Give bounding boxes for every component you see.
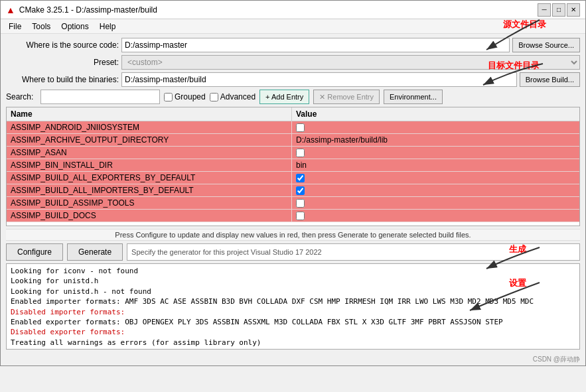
browse-source-button[interactable]: Browse Source...: [512, 38, 580, 52]
build-label: Where to build the binaries:: [6, 75, 119, 84]
environment-button[interactable]: Environment...: [384, 90, 443, 104]
bottom-bar: CSDN @薛动静: [1, 354, 585, 365]
row-value-6: [292, 197, 579, 209]
build-input[interactable]: [121, 72, 517, 87]
maximize-button[interactable]: □: [552, 3, 565, 17]
log-line: Enabled exporter formats: OBJ OPENGEX PL…: [11, 317, 575, 327]
col-name-header: Name: [7, 107, 292, 121]
row-value-4: [292, 172, 579, 184]
row-value-2: [292, 147, 579, 159]
row-name-2: ASSIMP_ASAN: [7, 147, 292, 159]
source-input[interactable]: [121, 38, 510, 52]
browse-build-button[interactable]: Browse Build...: [520, 72, 580, 87]
row-checkbox-6[interactable]: [296, 199, 305, 208]
generator-display: Specify the generator for this project V…: [127, 243, 580, 261]
col-value-header: Value: [292, 107, 579, 121]
table-row[interactable]: ASSIMP_ARCHIVE_OUTPUT_DIRECTORY D:/assim…: [7, 134, 579, 147]
status-bar: Press Configure to update and display ne…: [6, 229, 580, 241]
search-toolbar-row: Search: Grouped Advanced + Add Entry ✕ R…: [6, 90, 580, 104]
row-name-5: ASSIMP_BUILD_ALL_IMPORTERS_BY_DEFAULT: [7, 184, 292, 196]
source-label: Where is the source code:: [6, 40, 119, 50]
build-row: Where to build the binaries: Browse Buil…: [6, 72, 580, 87]
log-line: Configuring done: [11, 348, 575, 350]
cmake-table: Name Value ASSIMP_ANDROID_JNIIOSYSTEM AS…: [6, 107, 580, 226]
minimize-button[interactable]: ─: [538, 3, 551, 17]
row-name-7: ASSIMP_BUILD_DOCS: [7, 210, 292, 222]
menu-bar: File Tools Options Help: [1, 19, 585, 34]
row-name-1: ASSIMP_ARCHIVE_OUTPUT_DIRECTORY: [7, 134, 292, 146]
table-header: Name Value: [7, 107, 579, 121]
watermark: CSDN @薛动静: [533, 355, 580, 364]
row-checkbox-4[interactable]: [296, 174, 305, 182]
row-value-1: D:/assimp-master/build/lib: [292, 134, 579, 146]
configure-button[interactable]: Configure: [6, 243, 63, 261]
row-value-3: bin: [292, 159, 579, 171]
window-title: CMake 3.25.1 - D:/assimp-master/build: [19, 5, 157, 15]
menu-options[interactable]: Options: [56, 21, 94, 33]
log-line: Looking for unistd.h: [11, 276, 575, 286]
log-line: Disabled importer formats:: [11, 307, 575, 317]
action-row: Configure Generate Specify the generator…: [6, 243, 580, 261]
menu-file[interactable]: File: [3, 21, 27, 33]
row-name-3: ASSIMP_BIN_INSTALL_DIR: [7, 159, 292, 171]
source-row: Where is the source code: Browse Source.…: [6, 38, 580, 52]
menu-help[interactable]: Help: [94, 21, 121, 33]
advanced-checkbox-label[interactable]: Advanced: [210, 92, 256, 101]
grouped-label: Grouped: [175, 92, 206, 101]
app-icon: ▲: [6, 5, 15, 15]
remove-entry-button[interactable]: ✕ Remove Entry: [313, 90, 380, 104]
row-value-7: [292, 210, 579, 222]
grouped-checkbox[interactable]: [164, 93, 173, 101]
row-checkbox-7[interactable]: [296, 212, 305, 220]
preset-row: Preset: <custom>: [6, 55, 580, 70]
table-row[interactable]: ASSIMP_BUILD_ALL_IMPORTERS_BY_DEFAULT: [7, 184, 579, 197]
advanced-checkbox[interactable]: [210, 93, 218, 101]
log-container: Looking for iconv - not foundLooking for…: [6, 263, 580, 350]
grouped-checkbox-label[interactable]: Grouped: [164, 92, 206, 101]
row-value-0: [292, 121, 579, 133]
row-name-4: ASSIMP_BUILD_ALL_EXPORTERS_BY_DEFAULT: [7, 172, 292, 184]
status-message: Press Configure to update and display ne…: [115, 231, 471, 239]
log-line: Looking for iconv - not found: [11, 266, 575, 276]
log-line: Disabled exporter formats:: [11, 327, 575, 337]
preset-label: Preset:: [6, 58, 119, 67]
row-name-0: ASSIMP_ANDROID_JNIIOSYSTEM: [7, 121, 292, 133]
table-row[interactable]: ASSIMP_BUILD_DOCS: [7, 210, 579, 222]
table-row[interactable]: ASSIMP_ASAN: [7, 147, 579, 159]
table-body: ASSIMP_ANDROID_JNIIOSYSTEM ASSIMP_ARCHIV…: [7, 121, 579, 222]
search-input[interactable]: [40, 90, 160, 104]
table-row[interactable]: ASSIMP_ANDROID_JNIIOSYSTEM: [7, 121, 579, 134]
generate-button[interactable]: Generate: [67, 243, 123, 261]
log-line: Enabled importer formats: AMF 3DS AC ASE…: [11, 296, 575, 306]
advanced-label: Advanced: [220, 92, 256, 101]
menu-tools[interactable]: Tools: [27, 21, 56, 33]
log-line: Looking for unistd.h - not found: [11, 287, 575, 296]
log-line: Treating all warnings as errors (for ass…: [11, 338, 575, 348]
row-checkbox-5[interactable]: [296, 186, 305, 195]
table-row[interactable]: ASSIMP_BUILD_ALL_EXPORTERS_BY_DEFAULT: [7, 172, 579, 184]
title-bar: ▲ CMake 3.25.1 - D:/assimp-master/build …: [1, 1, 585, 19]
add-entry-button[interactable]: + Add Entry: [259, 90, 309, 104]
row-checkbox-2[interactable]: [296, 149, 305, 157]
row-name-6: ASSIMP_BUILD_ASSIMP_TOOLS: [7, 197, 292, 209]
table-row[interactable]: ASSIMP_BUILD_ASSIMP_TOOLS: [7, 197, 579, 210]
preset-select[interactable]: <custom>: [121, 55, 580, 70]
window-controls: ─ □ ✕: [538, 3, 580, 17]
row-checkbox-0[interactable]: [296, 123, 305, 132]
row-value-5: [292, 184, 579, 196]
close-button[interactable]: ✕: [567, 3, 580, 17]
table-row[interactable]: ASSIMP_BIN_INSTALL_DIR bin: [7, 159, 579, 172]
search-label: Search:: [6, 92, 37, 101]
